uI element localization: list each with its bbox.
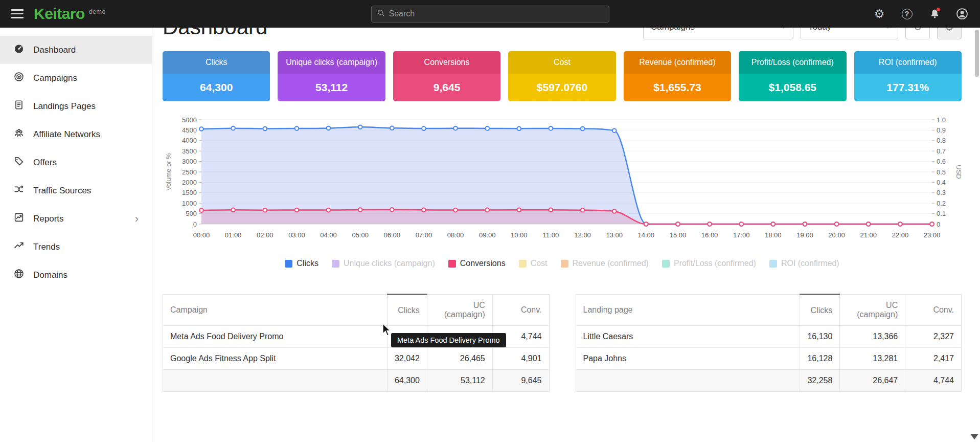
clicks-column-header[interactable]: Clicks bbox=[387, 295, 427, 326]
metric-value: 64,300 bbox=[163, 74, 270, 101]
search-icon bbox=[377, 9, 385, 19]
legend-swatch bbox=[285, 260, 292, 268]
cell-campaign-name: Meta Ads Food Delivery Promo bbox=[163, 326, 388, 348]
svg-text:3500: 3500 bbox=[182, 147, 197, 155]
scroll-down-arrow-icon[interactable] bbox=[970, 434, 978, 439]
metric-card-revenue[interactable]: Revenue (confirmed) $1,655.73 bbox=[624, 51, 731, 101]
svg-text:1500: 1500 bbox=[182, 189, 197, 196]
svg-text:0.6: 0.6 bbox=[937, 158, 946, 165]
sidebar-item-reports[interactable]: Reports › bbox=[0, 205, 152, 233]
svg-text:4500: 4500 bbox=[182, 126, 197, 134]
svg-text:0.1: 0.1 bbox=[937, 210, 946, 217]
sidebar-item-landings[interactable]: Landings Pages bbox=[0, 92, 152, 120]
sidebar-item-affiliate-networks[interactable]: Affiliate Networks bbox=[0, 120, 152, 148]
dashboard-chart[interactable]: 0500100015002000250030003500400045005000… bbox=[163, 115, 962, 268]
svg-text:0.2: 0.2 bbox=[937, 200, 946, 207]
clicks-column-header[interactable]: Clicks bbox=[800, 295, 840, 326]
svg-text:08:00: 08:00 bbox=[447, 231, 464, 239]
sidebar-item-label: Domains bbox=[33, 270, 67, 280]
legend-item[interactable]: Clicks bbox=[285, 259, 318, 268]
notifications-bell-icon[interactable] bbox=[928, 7, 941, 20]
legend-item[interactable]: Revenue (confirmed) bbox=[561, 259, 649, 268]
sidebar-item-traffic-sources[interactable]: Traffic Sources bbox=[0, 176, 152, 205]
scrollbar-thumb[interactable] bbox=[975, 30, 979, 77]
svg-text:17:00: 17:00 bbox=[733, 231, 750, 239]
legend-swatch bbox=[448, 260, 456, 268]
cell-uc: 13,281 bbox=[840, 348, 905, 370]
metric-card-unique-clicks[interactable]: Unique clicks (campaign) 53,112 bbox=[278, 51, 385, 101]
sidebar-item-label: Landings Pages bbox=[33, 101, 96, 112]
target-icon bbox=[13, 71, 25, 85]
legend-swatch bbox=[332, 260, 339, 268]
table-row[interactable]: Papa Johns 16,128 13,281 2,417 bbox=[576, 348, 962, 370]
cell-empty bbox=[576, 370, 800, 392]
legend-label: Cost bbox=[531, 259, 548, 268]
svg-text:3000: 3000 bbox=[182, 158, 197, 165]
chart-legend: ClicksUnique clicks (campaign)Conversion… bbox=[163, 259, 962, 268]
sidebar-item-offers[interactable]: Offers bbox=[0, 148, 152, 176]
metric-label: Profit/Loss (confirmed) bbox=[739, 51, 846, 74]
cell-conv: 2,417 bbox=[905, 348, 962, 370]
legend-label: ROI (confirmed) bbox=[781, 259, 839, 268]
svg-text:1000: 1000 bbox=[182, 200, 197, 207]
metric-value: $597.0760 bbox=[508, 74, 616, 101]
sidebar-item-label: Trends bbox=[33, 242, 60, 252]
cell-uc: 13,366 bbox=[840, 326, 905, 348]
sidebar-item-campaigns[interactable]: Campaigns bbox=[0, 64, 152, 92]
cell-total-conv: 9,645 bbox=[492, 370, 549, 392]
menu-toggle-icon[interactable] bbox=[11, 9, 24, 18]
svg-text:0.3: 0.3 bbox=[937, 189, 946, 196]
notification-badge bbox=[936, 7, 941, 12]
table-row[interactable]: Little Caesars 16,130 13,366 2,327 bbox=[576, 326, 962, 348]
metric-label: Conversions bbox=[393, 51, 500, 74]
sidebar-item-domains[interactable]: Domains bbox=[0, 261, 152, 289]
chart-canvas[interactable]: 0500100015002000250030003500400045005000… bbox=[163, 115, 962, 252]
sidebar-item-label: Campaigns bbox=[33, 73, 77, 83]
global-search[interactable] bbox=[371, 6, 609, 23]
cell-clicks: 16,128 bbox=[800, 348, 840, 370]
svg-text:0.8: 0.8 bbox=[937, 137, 946, 144]
metric-card-conversions[interactable]: Conversions 9,645 bbox=[393, 51, 500, 101]
landing-column-header[interactable]: Landing page bbox=[576, 295, 800, 326]
settings-icon[interactable]: ⚙ bbox=[873, 7, 886, 20]
metric-card-cost[interactable]: Cost $597.0760 bbox=[508, 51, 616, 101]
svg-text:500: 500 bbox=[186, 210, 197, 217]
legend-item[interactable]: ROI (confirmed) bbox=[769, 259, 839, 268]
cell-total-clicks: 64,300 bbox=[387, 370, 427, 392]
legend-label: Revenue (confirmed) bbox=[573, 259, 649, 268]
search-input[interactable] bbox=[389, 9, 604, 18]
svg-text:20:00: 20:00 bbox=[828, 231, 845, 239]
conv-column-header[interactable]: Conv. bbox=[492, 295, 549, 326]
metric-card-profit-loss[interactable]: Profit/Loss (confirmed) $1,058.65 bbox=[739, 51, 846, 101]
users-icon bbox=[13, 127, 25, 141]
legend-item[interactable]: Unique clicks (campaign) bbox=[332, 259, 435, 268]
svg-text:22:00: 22:00 bbox=[892, 231, 909, 239]
svg-text:14:00: 14:00 bbox=[638, 231, 655, 239]
cell-landing-name: Little Caesars bbox=[576, 326, 800, 348]
sidebar-item-label: Traffic Sources bbox=[33, 186, 91, 196]
campaign-column-header[interactable]: Campaign bbox=[163, 295, 388, 326]
legend-swatch bbox=[662, 260, 670, 268]
sidebar-item-label: Affiliate Networks bbox=[33, 129, 100, 140]
main-content: Dashboard Campaigns Today ↻ ⚙ Clicks 64,… bbox=[153, 0, 980, 392]
app-logo[interactable]: Keitaro bbox=[34, 5, 85, 23]
metric-label: Clicks bbox=[163, 51, 270, 74]
account-avatar-icon[interactable] bbox=[955, 7, 969, 20]
conv-column-header[interactable]: Conv. bbox=[905, 295, 962, 326]
cell-total-uc: 53,112 bbox=[427, 370, 492, 392]
legend-item[interactable]: Cost bbox=[519, 259, 548, 268]
metric-label: Revenue (confirmed) bbox=[624, 51, 731, 74]
uc-column-header[interactable]: UC (campaign) bbox=[427, 295, 492, 326]
legend-item[interactable]: Conversions bbox=[448, 259, 506, 268]
table-row[interactable]: Google Ads Fitness App Split 32,042 26,4… bbox=[163, 348, 550, 370]
svg-text:2000: 2000 bbox=[182, 179, 197, 186]
uc-column-header[interactable]: UC (campaign) bbox=[840, 295, 905, 326]
svg-text:23:00: 23:00 bbox=[924, 231, 941, 239]
sidebar-item-trends[interactable]: Trends bbox=[0, 233, 152, 261]
metric-card-roi[interactable]: ROI (confirmed) 177.31% bbox=[854, 51, 962, 101]
metric-label: Unique clicks (campaign) bbox=[278, 51, 385, 74]
sidebar-item-dashboard[interactable]: Dashboard bbox=[0, 36, 152, 64]
help-icon[interactable]: ? bbox=[900, 7, 914, 20]
metric-card-clicks[interactable]: Clicks 64,300 bbox=[163, 51, 270, 101]
legend-item[interactable]: Profit/Loss (confirmed) bbox=[662, 259, 756, 268]
